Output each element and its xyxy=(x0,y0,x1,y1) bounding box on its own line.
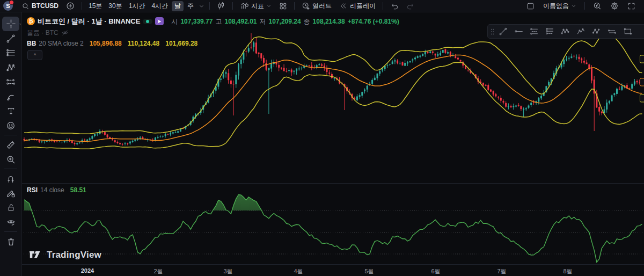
chevron-down-icon xyxy=(266,3,272,9)
chevron-down-icon xyxy=(199,3,204,9)
bb-legend-row[interactable]: BB 20 SMA close 2 105,896.88 110,124.48 … xyxy=(27,40,399,47)
settings-button[interactable] xyxy=(607,1,622,11)
xabcd-pattern-icon xyxy=(6,63,16,72)
time-axis-label: 4월 xyxy=(282,267,314,275)
replay-button[interactable]: 리플레이 xyxy=(336,1,379,11)
bb-basis-value: 105,896.88 xyxy=(90,40,122,47)
fullscreen-icon xyxy=(627,2,635,10)
time-axis[interactable]: 20242월3월4월5월6월7월8월 xyxy=(21,264,644,276)
emoji-icon xyxy=(6,121,16,130)
float-tool-abcd[interactable] xyxy=(589,26,604,37)
rsi-value: 58.51 xyxy=(70,186,86,194)
time-axis-label: 3월 xyxy=(212,267,244,275)
share-icon xyxy=(157,19,162,24)
indicators-icon xyxy=(240,2,249,10)
undo-button[interactable] xyxy=(387,1,402,11)
alert-button[interactable]: 얼러트 xyxy=(298,1,335,11)
tool-trend-line[interactable] xyxy=(2,31,19,46)
chart-area: ₿ 비트코인 / 달러 · 1날 · BINANCE 시107,339.77 고… xyxy=(21,12,644,276)
indicators-label: 지표 xyxy=(251,2,264,11)
grid-layout-icon xyxy=(279,2,287,10)
ruler-icon xyxy=(6,140,16,150)
tool-projection[interactable] xyxy=(2,75,19,89)
tool-xabcd-pattern[interactable] xyxy=(2,60,19,75)
pane-collapse-button[interactable]: ^ xyxy=(27,50,42,60)
tool-draw-lock[interactable] xyxy=(2,186,19,200)
tool-magnet[interactable] xyxy=(2,171,19,186)
timeframe-30m[interactable]: 30분 xyxy=(106,1,125,11)
float-tool-fib-channel[interactable] xyxy=(542,26,557,37)
share-minds-button[interactable] xyxy=(155,17,164,25)
open-value: 107,339.77 xyxy=(180,18,213,25)
grid-layout-button[interactable] xyxy=(276,1,290,11)
replay-label: 리플레이 xyxy=(350,2,376,11)
tool-lock-all[interactable] xyxy=(2,200,19,215)
float-tool-parallel-channel[interactable] xyxy=(604,26,619,37)
float-tool-elliott-wave[interactable] xyxy=(573,26,588,37)
top-toolbar-left: S BTCUSD 15분 30분 1시간 4시간 날 주 xyxy=(0,1,523,11)
tool-text[interactable] xyxy=(2,104,19,118)
timeframe-1d-selected[interactable]: 날 xyxy=(172,1,184,11)
drag-handle[interactable] xyxy=(490,26,495,37)
float-tool-rectangle[interactable] xyxy=(620,26,635,37)
redo-icon xyxy=(406,2,415,10)
time-axis-label: 8월 xyxy=(552,267,584,275)
timeframe-menu-button[interactable] xyxy=(197,1,206,11)
eye-hidden-icon[interactable] xyxy=(61,29,69,37)
close-value: 108,214.38 xyxy=(313,18,345,25)
layout-name: 이름없음 xyxy=(543,2,569,11)
timeframe-1w[interactable]: 주 xyxy=(185,1,196,11)
eye-pencil-icon xyxy=(6,217,16,227)
layout-square-icon xyxy=(526,2,535,10)
layout-name-button[interactable]: 이름없음 xyxy=(540,1,580,11)
market-status-pill[interactable] xyxy=(143,19,152,24)
symbol-title[interactable]: 비트코인 / 달러 · 1날 · BINANCE xyxy=(38,18,140,25)
notification-badge xyxy=(9,0,14,5)
quick-search-button[interactable] xyxy=(590,1,605,11)
brush-icon xyxy=(6,92,16,101)
tool-crosshair[interactable] xyxy=(2,17,19,31)
high-value: 108,492.01 xyxy=(224,18,257,25)
price-chart-canvas[interactable] xyxy=(21,12,644,276)
elliott-wave-icon xyxy=(576,27,586,36)
drawing-toolbar xyxy=(0,12,22,276)
redo-button[interactable] xyxy=(403,1,418,11)
chevron-down-icon xyxy=(571,3,576,9)
tool-zoom-in[interactable] xyxy=(2,152,19,166)
fullscreen-button[interactable] xyxy=(624,1,639,11)
xabcd-pattern-icon xyxy=(560,27,570,36)
search-icon xyxy=(21,2,30,10)
symbol-search-button[interactable]: BTCUSD xyxy=(18,1,62,11)
compare-add-button[interactable] xyxy=(63,1,78,11)
float-tool-trend-line[interactable] xyxy=(495,26,510,37)
timeframe-15m[interactable]: 15분 xyxy=(86,1,105,11)
divider xyxy=(82,2,82,10)
indicators-button[interactable]: 지표 xyxy=(237,1,275,11)
timeframe-4h[interactable]: 4시간 xyxy=(149,1,171,11)
tool-brush[interactable] xyxy=(2,89,19,104)
timeframe-1h[interactable]: 1시간 xyxy=(126,1,148,11)
rsi-legend-row[interactable]: RSI 14 close 58.51 xyxy=(27,186,86,194)
volume-legend-row[interactable]: 볼륨 · BTC xyxy=(27,29,399,37)
account-avatar[interactable]: S xyxy=(3,1,13,11)
divider xyxy=(4,169,17,169)
tool-emoji[interactable] xyxy=(2,118,19,133)
tradingview-watermark[interactable]: TradingView xyxy=(29,250,101,260)
toolbar-expand-chevron[interactable]: › xyxy=(19,21,21,27)
float-tool-horizontal-ray[interactable] xyxy=(511,26,526,37)
divider xyxy=(294,2,295,10)
chart-style-button[interactable] xyxy=(214,1,229,11)
float-tool-fib-retracement[interactable] xyxy=(526,26,541,37)
close-label: 종 xyxy=(304,18,310,25)
divider xyxy=(4,135,17,135)
time-axis-label: 2024 xyxy=(71,267,104,274)
tool-hide-drawings[interactable] xyxy=(2,215,19,229)
float-tool-xabcd[interactable] xyxy=(558,26,573,37)
tool-horizontal-lines[interactable] xyxy=(2,46,19,60)
zoom-in-icon xyxy=(6,155,16,164)
tool-measure[interactable] xyxy=(2,137,19,152)
tool-remove-objects[interactable] xyxy=(2,234,19,249)
time-axis-label: 5월 xyxy=(353,267,385,275)
layout-thumbnail-button[interactable] xyxy=(523,1,538,11)
symbol-legend-row: ₿ 비트코인 / 달러 · 1날 · BINANCE 시107,339.77 고… xyxy=(27,17,399,25)
